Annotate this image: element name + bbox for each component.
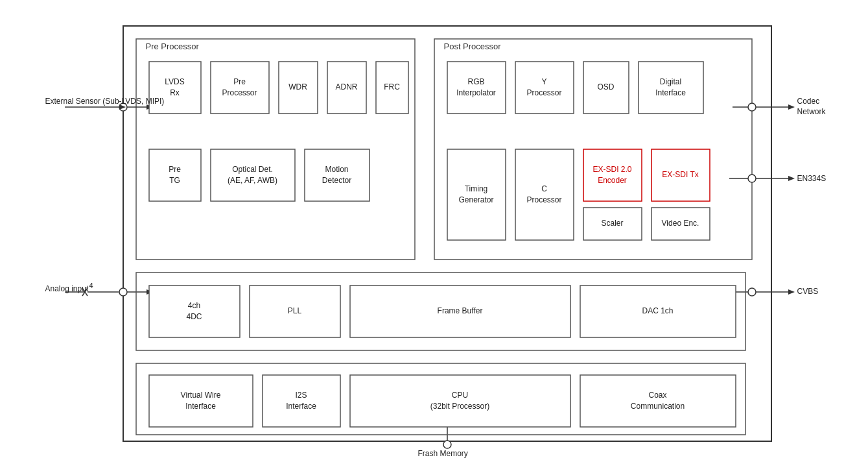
pll-block: PLL: [250, 285, 340, 337]
adnr-block: ADNR: [327, 62, 366, 114]
svg-point-15: [748, 103, 756, 111]
osd-block: OSD: [583, 62, 629, 114]
y-processor-block: YProcessor: [515, 62, 574, 114]
svg-marker-22: [788, 176, 795, 181]
rgb-interpolator-block: RGBInterpolator: [447, 62, 506, 114]
cvbs-label: CVBS: [797, 287, 819, 296]
exsdi-encoder-block: EX-SDI 2.0Encoder: [583, 149, 642, 201]
post-processor-label: Post Processor: [444, 42, 501, 51]
svg-marker-26: [788, 289, 795, 295]
external-sensor-label: External Sensor (Sub-LVDS, MIPI): [45, 96, 165, 107]
cpu-block: CPU(32bit Processor): [350, 375, 570, 427]
video-enc-block: Video Enc.: [651, 208, 710, 240]
c-processor-block: CProcessor: [515, 149, 574, 240]
dac-1ch-block: DAC 1ch: [580, 285, 736, 337]
svg-marker-18: [788, 104, 795, 110]
codec-network-label: CodecNetwork: [797, 96, 826, 118]
timing-generator-block: TimingGenerator: [447, 149, 506, 240]
svg-point-27: [443, 441, 451, 448]
4ch-4dc-block: 4ch4DC: [149, 285, 240, 337]
analog-input-label: Analog input: [45, 284, 89, 293]
digital-interface-block: DigitalInterface: [639, 62, 703, 114]
svg-point-19: [748, 175, 756, 182]
en334s-label: EN334S: [797, 174, 827, 183]
analog-input-4-label: 4: [89, 282, 93, 289]
frash-memory-label: Frash Memory: [418, 449, 468, 458]
wdr-block: WDR: [279, 62, 318, 114]
exsdi-tx-block: EX-SDI Tx: [651, 149, 710, 201]
motion-detector-block: MotionDetector: [305, 149, 369, 201]
virtual-wire-block: Virtual WireInterface: [149, 375, 253, 427]
svg-point-12: [119, 288, 127, 296]
pre-processor-inner-block: PreProcessor: [211, 62, 269, 114]
frc-block: FRC: [376, 62, 408, 114]
coax-communication-block: CoaxCommunication: [580, 375, 736, 427]
scaler-block: Scaler: [583, 208, 642, 240]
svg-point-23: [748, 288, 756, 296]
diagram-container: External Sensor (Sub-LVDS, MIPI) Analog …: [45, 13, 823, 461]
lvds-rx-block: LVDSRx: [149, 62, 201, 114]
frame-buffer-block: Frame Buffer: [350, 285, 570, 337]
optical-det-block: Optical Det.(AE, AF, AWB): [211, 149, 295, 201]
pre-tg-block: PreTG: [149, 149, 201, 201]
i2s-interface-block: I2SInterface: [263, 375, 340, 427]
pre-processor-label: Pre Processor: [146, 42, 199, 51]
